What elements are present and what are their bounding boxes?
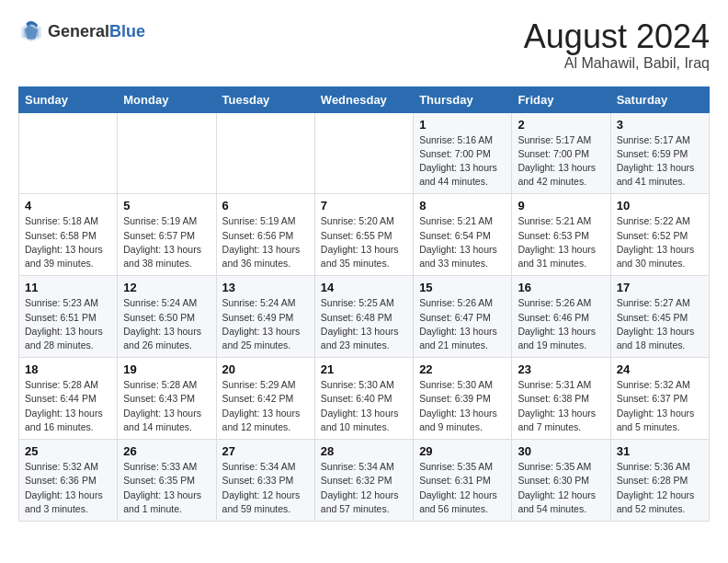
calendar-cell: 28Sunrise: 5:34 AMSunset: 6:32 PMDayligh… [314, 440, 413, 522]
calendar-cell: 25Sunrise: 5:32 AMSunset: 6:36 PMDayligh… [19, 440, 118, 522]
header-thursday: Thursday [414, 86, 512, 112]
header-sunday: Sunday [19, 86, 118, 112]
day-info: Sunrise: 5:16 AMSunset: 7:00 PMDaylight:… [419, 133, 506, 190]
calendar-week-row: 18Sunrise: 5:28 AMSunset: 6:44 PMDayligh… [19, 358, 710, 440]
day-number: 13 [222, 281, 309, 294]
day-info: Sunrise: 5:17 AMSunset: 7:00 PMDaylight:… [518, 133, 604, 190]
calendar-cell: 17Sunrise: 5:27 AMSunset: 6:45 PMDayligh… [610, 276, 709, 358]
logo-text: GeneralBlue [48, 22, 145, 41]
calendar-location: Al Mahawil, Babil, Iraq [524, 55, 710, 72]
day-number: 7 [321, 199, 407, 213]
day-number: 26 [123, 444, 210, 458]
day-number: 30 [518, 444, 604, 458]
day-info: Sunrise: 5:26 AMSunset: 6:47 PMDaylight:… [419, 296, 506, 352]
day-info: Sunrise: 5:27 AMSunset: 6:45 PMDaylight:… [617, 296, 703, 352]
calendar-cell: 8Sunrise: 5:21 AMSunset: 6:54 PMDaylight… [414, 194, 512, 276]
calendar-cell: 20Sunrise: 5:29 AMSunset: 6:42 PMDayligh… [216, 358, 314, 440]
day-number: 14 [321, 281, 407, 294]
day-number: 21 [321, 362, 407, 376]
header-friday: Friday [512, 86, 610, 112]
day-info: Sunrise: 5:29 AMSunset: 6:42 PMDaylight:… [222, 378, 309, 434]
day-info: Sunrise: 5:28 AMSunset: 6:44 PMDaylight:… [25, 378, 111, 434]
header-monday: Monday [118, 86, 216, 112]
calendar-cell: 24Sunrise: 5:32 AMSunset: 6:37 PMDayligh… [610, 358, 709, 440]
page-header: GeneralBlue August 2024 Al Mahawil, Babi… [18, 18, 710, 72]
calendar-cell: 14Sunrise: 5:25 AMSunset: 6:48 PMDayligh… [314, 276, 413, 358]
day-info: Sunrise: 5:18 AMSunset: 6:58 PMDaylight:… [25, 214, 111, 270]
day-number: 27 [222, 444, 309, 458]
day-info: Sunrise: 5:19 AMSunset: 6:56 PMDaylight:… [222, 214, 309, 270]
calendar-cell: 18Sunrise: 5:28 AMSunset: 6:44 PMDayligh… [19, 358, 118, 440]
day-info: Sunrise: 5:36 AMSunset: 6:28 PMDaylight:… [617, 460, 703, 516]
day-number: 6 [222, 199, 309, 213]
day-info: Sunrise: 5:32 AMSunset: 6:37 PMDaylight:… [617, 378, 703, 434]
calendar-cell: 11Sunrise: 5:23 AMSunset: 6:51 PMDayligh… [19, 276, 118, 358]
day-info: Sunrise: 5:24 AMSunset: 6:50 PMDaylight:… [123, 296, 210, 352]
day-number: 1 [419, 118, 506, 132]
day-info: Sunrise: 5:22 AMSunset: 6:52 PMDaylight:… [617, 214, 703, 270]
day-info: Sunrise: 5:20 AMSunset: 6:55 PMDaylight:… [321, 214, 407, 270]
calendar-cell: 31Sunrise: 5:36 AMSunset: 6:28 PMDayligh… [610, 440, 709, 522]
calendar-header-row: SundayMondayTuesdayWednesdayThursdayFrid… [19, 86, 710, 112]
day-number: 17 [617, 281, 703, 294]
calendar-cell: 29Sunrise: 5:35 AMSunset: 6:31 PMDayligh… [414, 440, 512, 522]
logo: GeneralBlue [18, 18, 145, 44]
header-saturday: Saturday [610, 86, 709, 112]
calendar-week-row: 4Sunrise: 5:18 AMSunset: 6:58 PMDaylight… [19, 194, 710, 276]
calendar-cell: 16Sunrise: 5:26 AMSunset: 6:46 PMDayligh… [512, 276, 610, 358]
day-info: Sunrise: 5:31 AMSunset: 6:38 PMDaylight:… [518, 378, 604, 434]
day-number: 22 [419, 362, 506, 376]
logo-icon [18, 18, 44, 44]
calendar-cell: 15Sunrise: 5:26 AMSunset: 6:47 PMDayligh… [414, 276, 512, 358]
day-number: 19 [123, 362, 210, 376]
day-info: Sunrise: 5:24 AMSunset: 6:49 PMDaylight:… [222, 296, 309, 352]
calendar-table: SundayMondayTuesdayWednesdayThursdayFrid… [18, 86, 710, 522]
logo-general: General [48, 22, 109, 41]
calendar-cell: 23Sunrise: 5:31 AMSunset: 6:38 PMDayligh… [512, 358, 610, 440]
day-number: 18 [25, 362, 111, 376]
calendar-cell: 9Sunrise: 5:21 AMSunset: 6:53 PMDaylight… [512, 194, 610, 276]
day-number: 16 [518, 281, 604, 294]
calendar-title-block: August 2024 Al Mahawil, Babil, Iraq [524, 18, 710, 72]
calendar-cell [19, 112, 118, 194]
day-info: Sunrise: 5:35 AMSunset: 6:31 PMDaylight:… [419, 460, 506, 516]
day-info: Sunrise: 5:19 AMSunset: 6:57 PMDaylight:… [123, 214, 210, 270]
day-info: Sunrise: 5:30 AMSunset: 6:40 PMDaylight:… [321, 378, 407, 434]
day-info: Sunrise: 5:34 AMSunset: 6:33 PMDaylight:… [222, 460, 309, 516]
calendar-cell: 19Sunrise: 5:28 AMSunset: 6:43 PMDayligh… [118, 358, 216, 440]
day-info: Sunrise: 5:35 AMSunset: 6:30 PMDaylight:… [518, 460, 604, 516]
calendar-week-row: 25Sunrise: 5:32 AMSunset: 6:36 PMDayligh… [19, 440, 710, 522]
day-info: Sunrise: 5:34 AMSunset: 6:32 PMDaylight:… [321, 460, 407, 516]
calendar-cell: 2Sunrise: 5:17 AMSunset: 7:00 PMDaylight… [512, 112, 610, 194]
day-number: 20 [222, 362, 309, 376]
calendar-cell: 7Sunrise: 5:20 AMSunset: 6:55 PMDaylight… [314, 194, 413, 276]
day-number: 2 [518, 118, 604, 132]
header-tuesday: Tuesday [216, 86, 314, 112]
day-info: Sunrise: 5:21 AMSunset: 6:54 PMDaylight:… [419, 214, 506, 270]
day-number: 4 [25, 199, 111, 213]
calendar-week-row: 1Sunrise: 5:16 AMSunset: 7:00 PMDaylight… [19, 112, 710, 194]
calendar-cell: 4Sunrise: 5:18 AMSunset: 6:58 PMDaylight… [19, 194, 118, 276]
logo-blue: Blue [109, 22, 145, 41]
calendar-cell: 21Sunrise: 5:30 AMSunset: 6:40 PMDayligh… [314, 358, 413, 440]
day-number: 29 [419, 444, 506, 458]
calendar-cell: 30Sunrise: 5:35 AMSunset: 6:30 PMDayligh… [512, 440, 610, 522]
day-number: 8 [419, 199, 506, 213]
calendar-cell: 27Sunrise: 5:34 AMSunset: 6:33 PMDayligh… [216, 440, 314, 522]
calendar-cell: 10Sunrise: 5:22 AMSunset: 6:52 PMDayligh… [610, 194, 709, 276]
day-info: Sunrise: 5:21 AMSunset: 6:53 PMDaylight:… [518, 214, 604, 270]
header-wednesday: Wednesday [314, 86, 413, 112]
day-number: 25 [25, 444, 111, 458]
day-number: 28 [321, 444, 407, 458]
day-number: 23 [518, 362, 604, 376]
day-number: 9 [518, 199, 604, 213]
calendar-cell: 26Sunrise: 5:33 AMSunset: 6:35 PMDayligh… [118, 440, 216, 522]
day-info: Sunrise: 5:30 AMSunset: 6:39 PMDaylight:… [419, 378, 506, 434]
day-number: 15 [419, 281, 506, 294]
day-number: 31 [617, 444, 703, 458]
calendar-cell: 22Sunrise: 5:30 AMSunset: 6:39 PMDayligh… [414, 358, 512, 440]
day-info: Sunrise: 5:25 AMSunset: 6:48 PMDaylight:… [321, 296, 407, 352]
day-number: 5 [123, 199, 210, 213]
day-info: Sunrise: 5:26 AMSunset: 6:46 PMDaylight:… [518, 296, 604, 352]
calendar-week-row: 11Sunrise: 5:23 AMSunset: 6:51 PMDayligh… [19, 276, 710, 358]
